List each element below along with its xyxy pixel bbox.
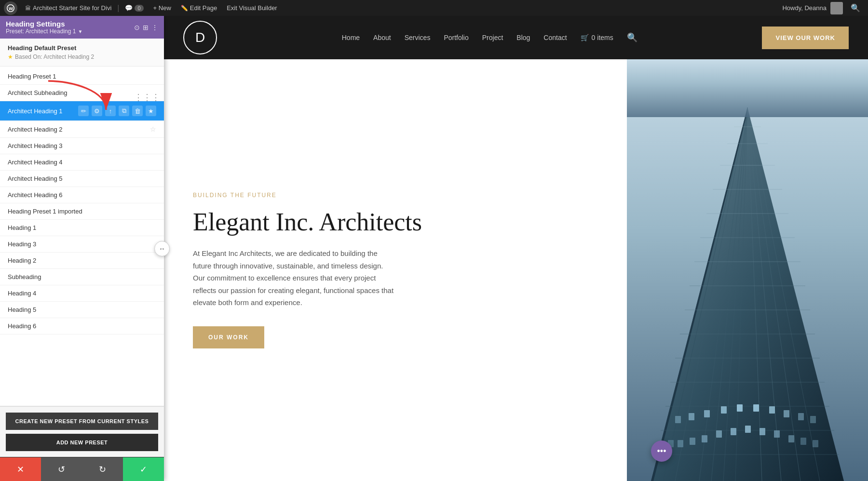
preset-item-heading-1[interactable]: Heading 1 [0, 220, 164, 236]
search-icon[interactable]: 🔍 [847, 3, 864, 13]
settings-icon[interactable]: ⚙ [92, 106, 102, 116]
three-dots-menu[interactable]: ⋮⋮⋮ [134, 92, 160, 103]
edit-icon[interactable]: ✏ [78, 106, 89, 116]
site-name[interactable]: 🏛 Architect Starter Site for Divi [21, 4, 115, 12]
howdy-section: Howdy, Deanna 🔍 [782, 2, 864, 14]
hero-title: Elegant Inc. Architects [193, 208, 598, 236]
nav-contact[interactable]: Contact [543, 34, 567, 41]
svg-rect-36 [745, 426, 751, 433]
star-icon: ★ [8, 53, 13, 60]
site-navigation: D Home About Services Portfolio Project … [164, 16, 868, 59]
nav-blog[interactable]: Blog [516, 34, 530, 41]
wp-logo-icon[interactable]: W [4, 1, 17, 15]
nav-about[interactable]: About [373, 34, 391, 41]
main-layout: Heading Settings Preset: Architect Headi… [0, 16, 868, 481]
star-outline-icon[interactable]: ☆ [150, 125, 156, 133]
preset-label: Subheading [8, 273, 41, 281]
preset-caret-icon: ▼ [78, 29, 82, 34]
panel-header-icons: ⊙ ⊞ ⋮ [134, 24, 158, 31]
preset-item-heading-preset-1[interactable]: Heading Preset 1 [0, 68, 164, 85]
preset-label: Architect Heading 6 [8, 191, 62, 199]
create-preset-button[interactable]: CREATE NEW PRESET FROM CURRENT STYLES [6, 413, 158, 430]
preset-item-architect-heading-3[interactable]: Architect Heading 3 [0, 138, 164, 154]
export-icon[interactable]: ↑ [105, 106, 116, 116]
nav-home[interactable]: Home [342, 34, 360, 41]
save-button[interactable]: ✓ [123, 457, 164, 481]
preset-item-heading-preset-1-imported[interactable]: Heading Preset 1 imported [0, 203, 164, 220]
comments-button[interactable]: 💬 0 [121, 4, 147, 12]
preset-label: Architect Subheading [8, 89, 68, 96]
admin-bar: W 🏛 Architect Starter Site for Divi | 💬 … [0, 0, 868, 16]
preset-item-architect-heading-6[interactable]: Architect Heading 6 [0, 187, 164, 203]
svg-rect-46 [737, 404, 743, 412]
svg-rect-37 [760, 428, 765, 435]
undo-button[interactable]: ↺ [41, 457, 82, 481]
star-preset-icon[interactable]: ★ [146, 106, 156, 116]
panel-grid-icon[interactable]: ⊞ [143, 24, 149, 31]
panel-focus-icon[interactable]: ⊙ [134, 24, 140, 31]
svg-rect-47 [753, 404, 759, 412]
preset-label: Architect Heading 2 [8, 126, 62, 133]
cancel-button[interactable]: ✕ [0, 457, 41, 481]
site-search-icon[interactable]: 🔍 [627, 32, 637, 43]
panel-buttons: CREATE NEW PRESET FROM CURRENT STYLES AD… [0, 406, 164, 457]
cart-icon: 🛒 [581, 34, 589, 41]
view-work-button[interactable]: VIEW OUR WORK [762, 27, 849, 49]
nav-cart[interactable]: 🛒 0 items [581, 34, 613, 41]
nav-links: Home About Services Portfolio Project Bl… [342, 32, 637, 43]
panel-more-icon[interactable]: ⋮ [151, 24, 158, 31]
new-button[interactable]: + New [149, 4, 175, 12]
user-avatar [830, 2, 843, 14]
svg-rect-45 [721, 406, 727, 414]
preset-label: Heading 5 [8, 306, 36, 313]
panel-header: Heading Settings Preset: Architect Headi… [0, 16, 164, 39]
preset-item-architect-heading-5[interactable]: Architect Heading 5 [0, 171, 164, 187]
panel-toggle-button[interactable]: ↔ [154, 241, 170, 256]
nav-portfolio[interactable]: Portfolio [444, 34, 468, 41]
duplicate-icon[interactable]: ⧉ [119, 106, 129, 116]
dots-icon: ••• [657, 446, 666, 456]
hero-description: At Elegant Inc Architects, we are dedica… [193, 247, 395, 309]
svg-rect-38 [774, 430, 780, 438]
svg-rect-44 [704, 410, 710, 417]
preset-item-architect-heading-2[interactable]: Architect Heading 2 ☆ [0, 121, 164, 138]
preset-label: Heading 3 [8, 240, 36, 248]
preset-item-heading-5[interactable]: Heading 5 [0, 302, 164, 318]
left-panel: Heading Settings Preset: Architect Headi… [0, 16, 164, 481]
preset-list: Heading Preset 1 Architect Subheading Ar… [0, 67, 164, 336]
preset-item-subheading[interactable]: Subheading [0, 269, 164, 285]
exit-builder-button[interactable]: Exit Visual Builder [223, 4, 281, 12]
redo-button[interactable]: ↻ [82, 457, 123, 481]
nav-services[interactable]: Services [405, 34, 431, 41]
floating-dots-button[interactable]: ••• [651, 441, 672, 462]
svg-text:W: W [9, 6, 14, 11]
preset-item-heading-6[interactable]: Heading 6 [0, 318, 164, 334]
nav-project[interactable]: Project [482, 34, 503, 41]
preset-subtitle[interactable]: Preset: Architect Heading 1 ▼ [6, 28, 82, 35]
preset-item-heading-4[interactable]: Heading 4 [0, 285, 164, 302]
svg-rect-34 [716, 430, 722, 438]
preset-item-architect-heading-4[interactable]: Architect Heading 4 [0, 154, 164, 171]
preset-item-heading-3[interactable]: Heading 3 [0, 236, 164, 253]
preset-item-architect-heading-1[interactable]: Architect Heading 1 ✏ ⚙ ↑ ⧉ 🗑 ★ [0, 101, 164, 121]
svg-rect-39 [788, 435, 794, 442]
hero-subtitle: BUILDING THE FUTURE [193, 192, 598, 199]
bottom-toolbar: ✕ ↺ ↻ ✓ [0, 457, 164, 481]
our-work-button[interactable]: OUR WORK [193, 326, 264, 348]
preset-item-heading-2[interactable]: Heading 2 [0, 253, 164, 269]
preset-label: Heading Preset 1 imported [8, 208, 82, 215]
svg-rect-33 [702, 435, 707, 442]
preset-label: Architect Heading 4 [8, 159, 62, 166]
svg-rect-48 [769, 406, 775, 414]
delete-icon[interactable]: 🗑 [132, 106, 143, 116]
preset-section: Heading Default Preset ★ Based On: Archi… [0, 39, 164, 406]
preset-actions: ✏ ⚙ ↑ ⧉ 🗑 ★ [78, 106, 156, 116]
preset-label: Architect Heading 1 [8, 107, 62, 115]
add-preset-button[interactable]: ADD NEW PRESET [6, 434, 158, 451]
preset-label: Heading 1 [8, 224, 36, 231]
panel-title: Heading Settings [6, 20, 82, 28]
edit-page-button[interactable]: ✏️ Edit Page [177, 4, 221, 12]
svg-rect-32 [690, 438, 695, 445]
default-preset-item[interactable]: Heading Default Preset ★ Based On: Archi… [0, 39, 164, 67]
preset-label: Architect Heading 3 [8, 142, 62, 149]
